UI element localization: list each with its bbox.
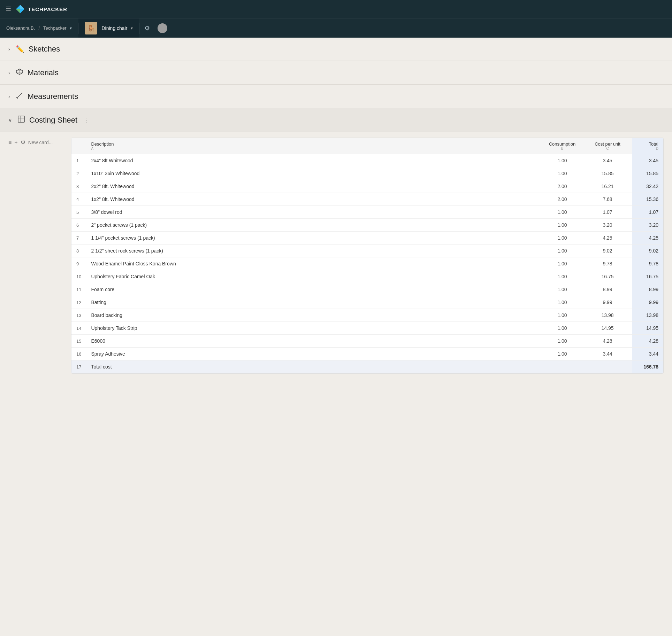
- cell-cost-per-unit[interactable]: 1.07: [583, 206, 632, 219]
- cell-row-num: 11: [71, 283, 86, 296]
- cell-consumption[interactable]: 1.00: [541, 219, 583, 232]
- cell-description[interactable]: 1x2" 8ft. Whitewood: [86, 193, 541, 206]
- cell-description[interactable]: 2 1/2" sheet rock screws (1 pack): [86, 245, 541, 257]
- table-row[interactable]: 17Total cost166.78: [71, 360, 663, 373]
- cell-description[interactable]: Upholstery Fabric Camel Oak: [86, 270, 541, 283]
- cell-description[interactable]: 2x2" 8ft. Whitewood: [86, 180, 541, 193]
- table-row[interactable]: 11Foam core1.008.998.99: [71, 283, 663, 296]
- product-tab[interactable]: 🪑 Dining chair ▾: [78, 18, 139, 38]
- cell-description[interactable]: 2x4" 8ft Whitewood: [86, 154, 541, 167]
- cell-consumption[interactable]: 1.00: [541, 283, 583, 296]
- cell-row-num: 12: [71, 296, 86, 309]
- cell-row-num: 1: [71, 154, 86, 167]
- cell-consumption[interactable]: 2.00: [541, 180, 583, 193]
- cell-row-num: 16: [71, 348, 86, 360]
- costing-sheet-section-row[interactable]: ∨ Costing Sheet ⋮: [0, 108, 672, 132]
- cell-description[interactable]: Spray Adhesive: [86, 348, 541, 360]
- add-icon[interactable]: +: [14, 139, 17, 146]
- table-row[interactable]: 21x10" 36in Whitewood1.0015.8515.85: [71, 167, 663, 180]
- table-row[interactable]: 13Board backing1.0013.9813.98: [71, 309, 663, 322]
- cell-consumption[interactable]: 1.00: [541, 167, 583, 180]
- cell-description[interactable]: 3/8" dowel rod: [86, 206, 541, 219]
- table-row[interactable]: 71 1/4" pocket screws (1 pack)1.004.254.…: [71, 232, 663, 245]
- product-name: Dining chair: [101, 25, 127, 31]
- cell-row-num: 10: [71, 270, 86, 283]
- table-row[interactable]: 15E60001.004.284.28: [71, 335, 663, 348]
- cell-row-num: 4: [71, 193, 86, 206]
- cell-cost-per-unit[interactable]: 13.98: [583, 309, 632, 322]
- cell-cost-per-unit[interactable]: [583, 360, 632, 373]
- cell-total: 9.02: [632, 245, 663, 257]
- measurements-section-row[interactable]: › Measurements: [0, 85, 672, 108]
- table-row[interactable]: 53/8" dowel rod1.001.071.07: [71, 206, 663, 219]
- cell-description[interactable]: E6000: [86, 335, 541, 348]
- cell-description[interactable]: Foam core: [86, 283, 541, 296]
- cell-description[interactable]: Board backing: [86, 309, 541, 322]
- sketches-icon: ✏️: [16, 45, 24, 53]
- cell-consumption[interactable]: 1.00: [541, 322, 583, 335]
- table-row[interactable]: 16Spray Adhesive1.003.443.44: [71, 348, 663, 360]
- left-toolbar: ≡ + ⚙: [8, 138, 71, 374]
- cell-cost-per-unit[interactable]: 9.99: [583, 296, 632, 309]
- costing-sheet-content: ≡ + ⚙ Description A Consumption: [0, 132, 672, 379]
- table-row[interactable]: 41x2" 8ft. Whitewood2.007.6815.36: [71, 193, 663, 206]
- cell-consumption[interactable]: 1.00: [541, 335, 583, 348]
- cell-cost-per-unit[interactable]: 3.44: [583, 348, 632, 360]
- cell-cost-per-unit[interactable]: 9.02: [583, 245, 632, 257]
- settings-icon[interactable]: ⚙: [21, 139, 25, 146]
- cell-cost-per-unit[interactable]: 4.28: [583, 335, 632, 348]
- table-row[interactable]: 32x2" 8ft. Whitewood2.0016.2132.42: [71, 180, 663, 193]
- table-row[interactable]: 10Upholstery Fabric Camel Oak1.0016.7516…: [71, 270, 663, 283]
- cell-description[interactable]: 1 1/4" pocket screws (1 pack): [86, 232, 541, 245]
- sketches-section-row[interactable]: › ✏️ Sketches: [0, 38, 672, 61]
- materials-section-row[interactable]: › Materials: [0, 61, 672, 85]
- table-row[interactable]: 9Wood Enamel Paint Gloss Kona Brown1.009…: [71, 257, 663, 270]
- table-row[interactable]: 62" pocket screws (1 pack)1.003.203.20: [71, 219, 663, 232]
- cell-consumption[interactable]: [541, 360, 583, 373]
- cell-consumption[interactable]: 2.00: [541, 193, 583, 206]
- cell-consumption[interactable]: 1.00: [541, 348, 583, 360]
- cell-consumption[interactable]: 1.00: [541, 206, 583, 219]
- table-row[interactable]: 12Batting1.009.999.99: [71, 296, 663, 309]
- cell-cost-per-unit[interactable]: 3.45: [583, 154, 632, 167]
- menu-icon[interactable]: ☰: [6, 5, 11, 13]
- cell-cost-per-unit[interactable]: 14.95: [583, 322, 632, 335]
- cell-description[interactable]: 2" pocket screws (1 pack): [86, 219, 541, 232]
- cell-consumption[interactable]: 1.00: [541, 154, 583, 167]
- cell-row-num: 15: [71, 335, 86, 348]
- cell-consumption[interactable]: 1.00: [541, 232, 583, 245]
- cell-consumption[interactable]: 1.00: [541, 245, 583, 257]
- cell-cost-per-unit[interactable]: 4.25: [583, 232, 632, 245]
- materials-label: Materials: [28, 68, 59, 77]
- table-row[interactable]: 12x4" 8ft Whitewood1.003.453.45: [71, 154, 663, 167]
- cell-consumption[interactable]: 1.00: [541, 270, 583, 283]
- cell-row-num: 14: [71, 322, 86, 335]
- materials-icon: [16, 68, 23, 77]
- materials-chevron: ›: [8, 70, 10, 76]
- cell-cost-per-unit[interactable]: 9.78: [583, 257, 632, 270]
- costing-sheet-more-icon[interactable]: ⋮: [83, 116, 89, 124]
- cell-consumption[interactable]: 1.00: [541, 257, 583, 270]
- user-workspace-item[interactable]: Oleksandra B. / Techpacker ▾: [0, 18, 78, 38]
- table-header-row: Description A Consumption B Cost per uni…: [71, 138, 663, 154]
- table-row[interactable]: 14Upholstery Tack Strip1.0014.9514.95: [71, 322, 663, 335]
- measurements-label: Measurements: [28, 92, 78, 101]
- cell-description[interactable]: 1x10" 36in Whitewood: [86, 167, 541, 180]
- cell-cost-per-unit[interactable]: 7.68: [583, 193, 632, 206]
- cell-cost-per-unit[interactable]: 16.75: [583, 270, 632, 283]
- cell-cost-per-unit[interactable]: 8.99: [583, 283, 632, 296]
- cell-cost-per-unit[interactable]: 16.21: [583, 180, 632, 193]
- table-row[interactable]: 82 1/2" sheet rock screws (1 pack)1.009.…: [71, 245, 663, 257]
- sketches-label: Sketches: [29, 45, 60, 54]
- cell-cost-per-unit[interactable]: 15.85: [583, 167, 632, 180]
- costing-sheet-chevron: ∨: [8, 117, 12, 123]
- cell-description[interactable]: Batting: [86, 296, 541, 309]
- cell-consumption[interactable]: 1.00: [541, 309, 583, 322]
- cell-cost-per-unit[interactable]: 3.20: [583, 219, 632, 232]
- eq-icon[interactable]: ≡: [8, 139, 12, 146]
- cell-description[interactable]: Upholstery Tack Strip: [86, 322, 541, 335]
- cell-description[interactable]: Wood Enamel Paint Gloss Kona Brown: [86, 257, 541, 270]
- settings-gear-icon[interactable]: ⚙: [139, 24, 155, 32]
- cell-consumption[interactable]: 1.00: [541, 296, 583, 309]
- cell-description[interactable]: Total cost: [86, 360, 541, 373]
